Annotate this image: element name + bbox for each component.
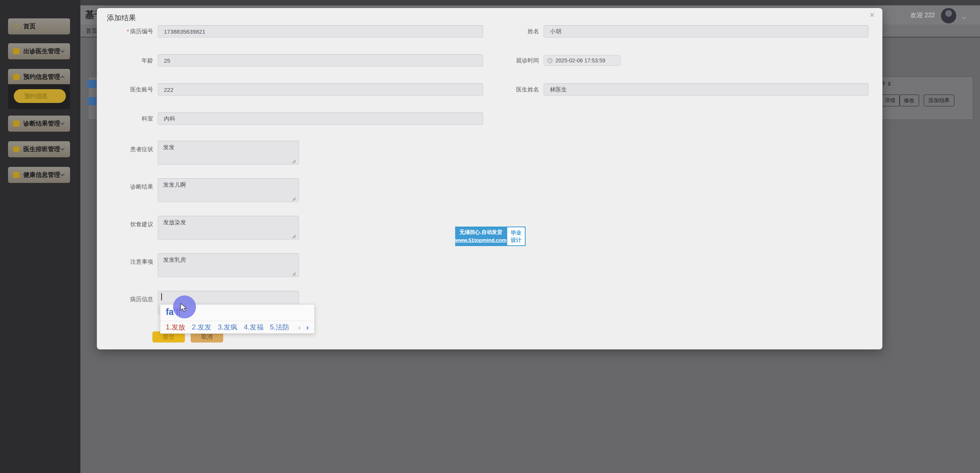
ime-panel: fa'f 1.发放 2.发发 3.发疯 4.发福 5.法防 ‹ ›	[160, 304, 315, 334]
symptoms-label: 患者症状	[97, 146, 153, 153]
department-input[interactable]	[158, 113, 483, 125]
record-label: 病历信息	[97, 296, 153, 303]
ime-candidate[interactable]: 4.发福	[244, 323, 263, 332]
sidebar-item-appointment-info[interactable]: 预约信息	[14, 89, 66, 103]
notes-textarea[interactable]: 发发乳房	[158, 253, 299, 277]
ime-pagination: ‹ ›	[298, 323, 309, 332]
ime-candidate[interactable]: 3.发疯	[218, 323, 237, 332]
age-label: 年龄	[97, 57, 153, 64]
resize-handle-icon[interactable]	[291, 271, 296, 276]
welcome-text: 欢迎 222	[911, 11, 935, 20]
home-icon	[13, 23, 20, 29]
sidebar-submenu: 预约信息	[8, 84, 70, 109]
top-strip	[80, 0, 980, 5]
sidebar-item-health-mgmt[interactable]: 健康信息管理	[8, 167, 70, 183]
doctor-account-label: 医生账号	[97, 86, 153, 93]
close-icon[interactable]: ×	[869, 10, 875, 20]
doctor-name-label: 医生姓名	[483, 86, 539, 93]
clock-icon	[547, 58, 553, 64]
add-result-button[interactable]: 添加结果	[924, 95, 954, 106]
doctor-name-input[interactable]	[544, 83, 869, 96]
ime-candidate[interactable]: 5.法防	[270, 323, 289, 332]
diet-label: 饮食建议	[97, 221, 153, 228]
book-icon	[13, 121, 20, 127]
tab-home[interactable]: 首页	[86, 28, 97, 35]
page-prev-icon[interactable]: ‹	[298, 323, 301, 332]
sidebar-item-schedule-mgmt[interactable]: 医生排班管理	[8, 141, 70, 157]
chevron-up-icon	[60, 75, 64, 80]
ime-candidate[interactable]: 1.发放	[166, 323, 185, 332]
sidebar-item-diagnosis-mgmt[interactable]: 诊断结果管理	[8, 116, 70, 132]
name-input[interactable]	[544, 25, 869, 38]
ime-candidate-list: 1.发放 2.发发 3.发疯 4.发福 5.法防 ‹ ›	[160, 321, 314, 333]
symptoms-textarea[interactable]: 发发	[158, 141, 299, 165]
badge-icon	[13, 146, 20, 152]
add-result-modal: 添加结果 × *病历编号 姓名 年龄 就诊时间 2025-02-06 17:53…	[97, 8, 882, 349]
sidebar: 首页 出诊医生管理 预约信息管理 预约信息 诊断结果管理 医生排班管理 健康信息…	[0, 0, 80, 473]
diagnosis-textarea[interactable]: 发发儿啊	[158, 178, 299, 202]
edit-button[interactable]: 修改	[899, 95, 919, 106]
chevron-down-icon	[60, 146, 64, 150]
age-input[interactable]	[158, 54, 483, 67]
visit-time-input[interactable]: 2025-02-06 17:53:59	[544, 55, 621, 66]
ime-composition: fa'f	[166, 307, 180, 317]
diet-textarea[interactable]: 发放染发	[158, 216, 299, 240]
table-icon-blue	[87, 97, 96, 105]
resize-handle-icon[interactable]	[291, 196, 296, 201]
avatar[interactable]	[941, 8, 956, 23]
name-label: 姓名	[483, 28, 539, 35]
notes-label: 注意事项	[97, 258, 153, 266]
case-no-input[interactable]	[158, 25, 483, 38]
modal-title: 添加结果	[107, 13, 136, 23]
sort-icon[interactable]	[888, 82, 891, 86]
case-no-label: *病历编号	[97, 28, 153, 35]
detail-button[interactable]: 详情	[880, 95, 900, 106]
resize-handle-icon[interactable]	[291, 159, 296, 163]
sidebar-item-doctor-mgmt[interactable]: 出诊医生管理	[8, 43, 70, 59]
doctor-account-input[interactable]	[158, 83, 483, 96]
sidebar-item-home[interactable]: 首页	[8, 18, 70, 34]
folder-icon	[13, 74, 20, 80]
watermark: 无须担心.自动发货 www.51topmind.com 毕业 设计	[455, 227, 526, 246]
ime-candidate[interactable]: 2.发发	[192, 323, 211, 332]
chevron-down-icon	[60, 172, 64, 176]
visit-time-label: 就诊时间	[483, 57, 539, 64]
diagnosis-label: 诊断结果	[97, 183, 153, 191]
watermark-badge: 毕业 设计	[506, 227, 526, 246]
folder-icon	[13, 48, 20, 54]
book-icon	[13, 172, 20, 178]
sidebar-item-appointment-mgmt[interactable]: 预约信息管理	[8, 69, 70, 85]
page-next-icon[interactable]: ›	[306, 323, 309, 332]
ime-caret	[179, 307, 180, 316]
chevron-down-icon	[60, 48, 64, 52]
watermark-text: 无须担心.自动发货 www.51topmind.com	[455, 227, 506, 246]
resize-handle-icon[interactable]	[291, 234, 296, 238]
text-cursor	[161, 293, 162, 300]
chevron-down-icon	[60, 121, 64, 125]
chevron-down-icon[interactable]	[961, 15, 966, 20]
table-icon-blue	[87, 80, 96, 88]
department-label: 科室	[97, 115, 153, 122]
